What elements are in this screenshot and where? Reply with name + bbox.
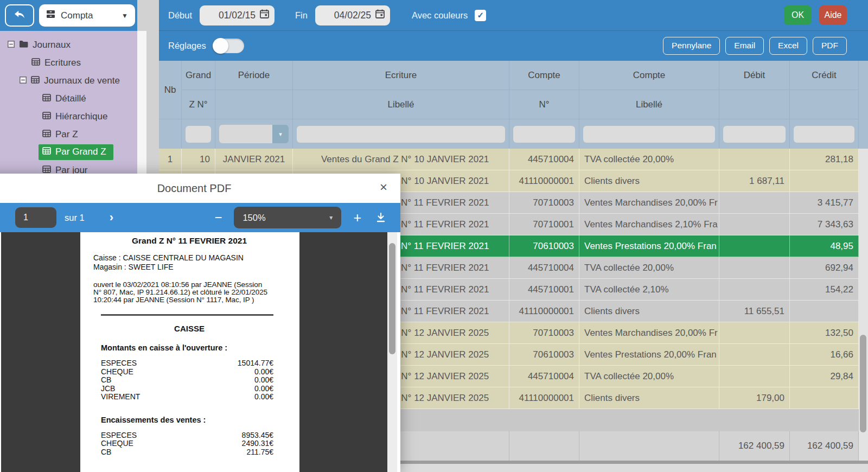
download-icon[interactable] xyxy=(375,212,386,223)
pdf-paragraph-line: 10:20:44 par JEANNE (Session N° 1117, Ma… xyxy=(93,296,285,304)
settings-row: Réglages Pennylane Email Excel PDF xyxy=(159,31,868,60)
filter-row: Début 01/02/15 Fin 04/02/25 Avec couleur… xyxy=(159,0,868,31)
tree-item-journaux-de-vente[interactable]: Journaux de vente xyxy=(0,72,137,90)
amount-value: 0.00€ xyxy=(254,393,273,401)
cell-credit xyxy=(790,170,859,192)
next-page-icon[interactable]: › xyxy=(110,211,113,225)
check-icon: ✓ xyxy=(477,10,484,20)
column-header-grand[interactable]: Grand xyxy=(182,61,215,90)
calendar-icon[interactable] xyxy=(375,9,385,21)
amount-value: 211.75€ xyxy=(246,448,273,457)
cell-credit: 132,50 xyxy=(790,322,859,344)
page-number-input[interactable]: 1 xyxy=(15,207,56,228)
zoom-out-icon[interactable]: − xyxy=(214,210,222,225)
pdf-amount-row: JCB 0.00€ xyxy=(101,385,273,393)
calendar-icon[interactable] xyxy=(260,9,269,21)
total-debit: 162 400,59 xyxy=(719,431,790,461)
cell-compte-n: 70710003 xyxy=(509,322,579,344)
table-scrollbar[interactable] xyxy=(859,149,868,461)
cell-compte-n: 445710004 xyxy=(509,149,579,170)
cell-periode: JANVIER 2021 xyxy=(215,149,293,170)
fin-label: Fin xyxy=(295,10,308,21)
amount-label: JCB xyxy=(101,385,115,393)
close-icon[interactable]: × xyxy=(380,181,387,194)
pdf-paragraph-line: N° 807, Mac, IP 91.214.66.12) et clôturé… xyxy=(93,289,285,296)
tree-item-label: Détaillé xyxy=(55,93,86,104)
tree-item-label: Par Grand Z xyxy=(55,146,106,157)
pdf-scrollbar[interactable] xyxy=(387,232,397,472)
cell-compte-libelle: Clients divers xyxy=(579,301,719,322)
amount-label: CB xyxy=(101,376,111,385)
cell-debit xyxy=(719,279,790,301)
total-empty xyxy=(579,431,719,461)
ok-button[interactable]: OK xyxy=(784,5,812,25)
cell-debit xyxy=(719,235,790,257)
pdf-amount-row: CB 0.00€ xyxy=(101,376,273,385)
column-header-ecriture[interactable]: Ecriture xyxy=(293,61,509,90)
zoom-in-icon[interactable]: + xyxy=(353,210,361,226)
tree-item-label: Journaux de vente xyxy=(44,75,120,86)
cell-compte-n: 70610003 xyxy=(509,235,579,257)
pdf-magasin-line: Magasin : SWEET LIFE xyxy=(93,263,285,272)
pdf-content: Grand Z N° 11 FEVRIER 2021 Caisse : CAIS… xyxy=(80,232,299,456)
table-grid-icon xyxy=(42,146,51,157)
amount-value: 0.00€ xyxy=(254,376,273,385)
tree-item-ecritures[interactable]: Ecritures xyxy=(0,54,137,72)
cell-debit xyxy=(719,366,790,387)
periode-filter-select[interactable]: ▾ xyxy=(219,125,289,143)
modal-title: Document PDF xyxy=(157,182,232,195)
ecriture-filter-input[interactable] xyxy=(297,126,505,143)
tree-item-par-grand-z-selected[interactable]: Par Grand Z xyxy=(0,143,137,161)
tree-item-detaille[interactable]: Détaillé xyxy=(0,90,137,107)
total-credit: 162 400,59 xyxy=(790,431,859,461)
tree-item-par-z[interactable]: Par Z xyxy=(0,125,137,143)
column-header-nb[interactable]: Nb xyxy=(159,61,182,119)
column-header-compte-lib[interactable]: Compte xyxy=(579,61,719,90)
cell-compte-libelle: Ventes Prestations 20,00% Fran xyxy=(579,235,719,257)
back-button[interactable] xyxy=(5,4,34,27)
zoom-level-select[interactable]: 150% ▾ xyxy=(234,207,341,228)
fin-date-input[interactable]: 04/02/25 xyxy=(315,5,390,25)
pdf-sales-amounts: ESPECES 8953.45€ CHEQUE 2490.31€ CB xyxy=(101,431,273,457)
compte-n-filter-input[interactable] xyxy=(513,126,575,143)
pdf-scrollbar-thumb[interactable] xyxy=(389,243,395,354)
cell-debit: 11 655,51 xyxy=(719,301,790,322)
filter-cell-nb xyxy=(159,119,182,149)
cell-compte-n: 41110000001 xyxy=(509,301,579,322)
scrollbar-thumb[interactable] xyxy=(860,335,866,432)
compte-lib-filter-input[interactable] xyxy=(583,126,715,143)
pdf-caisse-line: Caisse : CAISSE CENTRALE DU MAGASIN xyxy=(93,253,285,263)
tree-item-journaux[interactable]: Journaux xyxy=(0,36,137,54)
tree-item-label: Ecritures xyxy=(44,58,81,68)
column-header-credit[interactable]: Crédit xyxy=(790,61,859,90)
tree-item-hierarchique[interactable]: Hiérarchique xyxy=(0,107,137,125)
module-select[interactable]: Compta ▼ xyxy=(39,4,135,27)
cell-compte-n: 41110000001 xyxy=(509,170,579,192)
column-header-compte-n[interactable]: Compte xyxy=(509,61,579,90)
pdf-session-paragraph: ouvert le 03/02/2021 08:10:56 par JEANNE… xyxy=(93,281,285,304)
debit-filter-input[interactable] xyxy=(723,126,786,143)
collapse-minus-icon[interactable] xyxy=(8,40,15,50)
column-subheader-n: N° xyxy=(509,90,579,119)
amount-value: 8953.45€ xyxy=(242,431,273,440)
cell-ecriture-libelle: Ventes du Grand Z N° 10 JANVIER 2021 xyxy=(293,149,509,170)
pennylane-button[interactable]: Pennylane xyxy=(663,37,720,55)
credit-filter-input[interactable] xyxy=(794,126,854,143)
excel-button[interactable]: Excel xyxy=(769,37,807,55)
cell-credit: 154,22 xyxy=(790,279,859,301)
debut-date-input[interactable]: 01/02/15 xyxy=(200,5,275,25)
column-header-debit[interactable]: Débit xyxy=(719,61,790,90)
grand-z-filter-input[interactable] xyxy=(186,126,211,143)
pdf-toolbar: ‹ 1 sur 1 › − 150% ▾ + xyxy=(0,203,400,232)
collapse-minus-icon[interactable] xyxy=(20,75,27,86)
email-button[interactable]: Email xyxy=(725,37,764,55)
aide-button[interactable]: Aide xyxy=(819,5,847,25)
amount-label: ESPECES xyxy=(101,431,137,440)
column-header-periode[interactable]: Période xyxy=(215,61,293,90)
zoom-level-value: 150% xyxy=(242,213,265,223)
table-row[interactable]: 1 10 JANVIER 2021 Ventes du Grand Z N° 1… xyxy=(159,149,859,170)
avec-couleurs-checkbox[interactable]: ✓ xyxy=(475,10,486,21)
reglages-toggle[interactable] xyxy=(213,39,244,53)
pdf-button[interactable]: PDF xyxy=(813,37,847,55)
chevron-down-icon[interactable]: ▾ xyxy=(272,125,289,143)
